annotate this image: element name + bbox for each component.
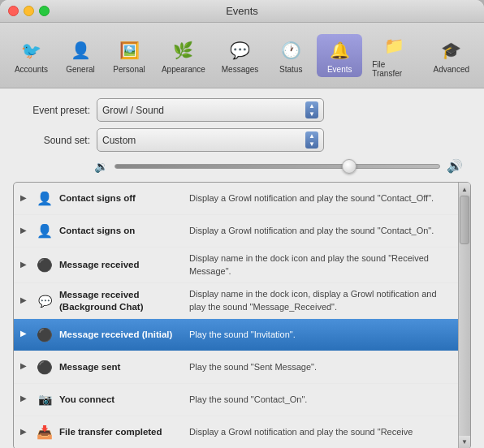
contact-on-icon: 👤 — [37, 223, 53, 239]
play-icon-4[interactable]: ▶ — [20, 329, 32, 340]
event-name-1: Contact signs on — [59, 225, 189, 237]
scroll-track — [459, 196, 470, 436]
event-row-message-received-initial[interactable]: ▶ ⚫ Message received (Initial) Play the … — [14, 319, 458, 351]
toolbar: 🐦 Accounts 👤 General 🖼️ Personal 🌿 Appea… — [0, 23, 484, 88]
event-row-message-received[interactable]: ▶ ⚫ Message received Display name in the… — [14, 248, 458, 283]
messages-icon: 💬 — [227, 37, 253, 63]
close-button[interactable] — [8, 6, 19, 16]
toolbar-item-status[interactable]: 🕐 Status — [268, 34, 313, 77]
titlebar: Events — [0, 0, 484, 23]
toolbar-item-advanced[interactable]: 🎓 Advanced — [427, 34, 476, 77]
event-desc-4: Play the sound "Invitation". — [189, 329, 452, 341]
event-preset-select[interactable]: Growl / Sound ▲▼ — [97, 98, 324, 122]
play-icon-7[interactable]: ▶ — [20, 427, 32, 438]
file-transfer-icon: 📁 — [382, 32, 408, 58]
event-name-6: You connect — [59, 394, 189, 406]
event-name-0: Contact signs off — [59, 192, 189, 205]
events-list: ▶ 👤 Contact signs off Display a Growl no… — [14, 183, 458, 448]
play-icon-0[interactable]: ▶ — [20, 193, 32, 205]
messages-label: Messages — [222, 65, 259, 74]
toolbar-item-general[interactable]: 👤 General — [58, 34, 103, 77]
volume-high-icon: 🔊 — [447, 158, 463, 174]
window-controls — [8, 6, 50, 16]
volume-slider[interactable] — [115, 164, 440, 169]
accounts-label: Accounts — [15, 65, 48, 74]
minimize-button[interactable] — [24, 6, 34, 16]
event-name-7: File transfer completed — [59, 426, 189, 438]
you-connect-icon: 📷 — [37, 391, 53, 407]
play-icon-2[interactable]: ▶ — [20, 260, 32, 271]
toolbar-item-accounts[interactable]: 🐦 Accounts — [8, 34, 54, 77]
event-desc-2: Display name in the dock icon and play t… — [189, 252, 452, 278]
event-name-3: Message received (Background Chat) — [59, 289, 189, 313]
event-desc-0: Display a Growl notification and play th… — [189, 192, 452, 205]
event-row-file-transfer[interactable]: ▶ 📥 File transfer completed Display a Gr… — [14, 416, 458, 448]
toolbar-item-file-transfer[interactable]: 📁 File Transfer — [365, 29, 423, 81]
play-icon-1[interactable]: ▶ — [20, 226, 32, 237]
event-row-contact-signs-off[interactable]: ▶ 👤 Contact signs off Display a Growl no… — [14, 183, 458, 215]
event-preset-value: Growl / Sound — [102, 105, 302, 116]
event-desc-3: Display name in the dock icon, display a… — [189, 288, 452, 313]
slider-thumb[interactable] — [342, 159, 357, 174]
volume-slider-row: 🔉 🔊 — [13, 158, 471, 174]
event-preset-row: Event preset: Growl / Sound ▲▼ — [13, 98, 471, 122]
event-preset-arrows: ▲▼ — [305, 101, 318, 118]
event-row-message-sent[interactable]: ▶ ⚫ Message sent Play the sound "Sent Me… — [14, 351, 458, 384]
message-received-icon: ⚫ — [37, 257, 53, 274]
main-window: Events 🐦 Accounts 👤 General 🖼️ Personal … — [0, 0, 484, 448]
scrollbar[interactable]: ▲ ▼ — [458, 183, 470, 448]
bg-chat-icon: 💬 — [37, 293, 53, 309]
accounts-icon: 🐦 — [19, 37, 45, 63]
event-desc-6: Play the sound "Contact_On". — [189, 394, 452, 406]
initial-icon: ⚫ — [37, 326, 53, 342]
sound-set-value: Custom — [102, 135, 302, 146]
toolbar-item-personal[interactable]: 🖼️ Personal — [106, 34, 152, 77]
maximize-button[interactable] — [39, 6, 50, 16]
status-label: Status — [279, 65, 302, 74]
message-sent-icon: ⚫ — [37, 359, 53, 375]
events-list-container: ▶ 👤 Contact signs off Display a Growl no… — [13, 182, 471, 448]
advanced-icon: 🎓 — [439, 37, 465, 63]
sound-set-label: Sound set: — [13, 135, 90, 146]
sound-set-row: Sound set: Custom ▲▼ — [13, 128, 471, 152]
scroll-up-button[interactable]: ▲ — [459, 183, 470, 196]
toolbar-item-messages[interactable]: 💬 Messages — [215, 34, 265, 77]
appearance-icon: 🌿 — [171, 37, 197, 63]
event-name-5: Message sent — [59, 361, 189, 373]
sound-set-select[interactable]: Custom ▲▼ — [97, 128, 324, 152]
event-row-contact-signs-on[interactable]: ▶ 👤 Contact signs on Display a Growl not… — [14, 215, 458, 248]
event-row-message-received-bg[interactable]: ▶ 💬 Message received (Background Chat) D… — [14, 283, 458, 319]
toolbar-item-appearance[interactable]: 🌿 Appearance — [155, 34, 212, 77]
scroll-thumb[interactable] — [460, 196, 469, 244]
general-icon: 👤 — [67, 37, 93, 63]
toolbar-item-events[interactable]: 🔔 Events — [317, 34, 362, 77]
volume-low-icon: 🔉 — [94, 160, 108, 173]
event-desc-5: Play the sound "Sent Message". — [189, 361, 452, 373]
event-desc-1: Display a Growl notification and play th… — [189, 225, 452, 237]
content-area: Event preset: Growl / Sound ▲▼ Sound set… — [0, 88, 484, 448]
play-icon-6[interactable]: ▶ — [20, 394, 32, 405]
event-desc-7: Display a Growl notification and play th… — [189, 426, 452, 438]
advanced-label: Advanced — [434, 65, 469, 74]
personal-label: Personal — [113, 65, 145, 74]
general-label: General — [66, 65, 95, 74]
event-name-4: Message received (Initial) — [59, 329, 189, 341]
event-name-2: Message received — [59, 259, 189, 271]
personal-icon: 🖼️ — [116, 37, 142, 63]
appearance-label: Appearance — [162, 65, 205, 74]
contact-off-icon: 👤 — [37, 191, 53, 207]
sound-set-arrows: ▲▼ — [305, 131, 318, 149]
file-transfer-row-icon: 📥 — [37, 424, 53, 441]
scroll-down-button[interactable]: ▼ — [459, 436, 470, 448]
file-transfer-label: File Transfer — [372, 60, 417, 78]
event-preset-label: Event preset: — [13, 105, 90, 116]
play-icon-3[interactable]: ▶ — [20, 295, 32, 307]
event-row-you-connect[interactable]: ▶ 📷 You connect Play the sound "Contact_… — [14, 384, 458, 416]
events-label: Events — [327, 65, 352, 74]
play-icon-5[interactable]: ▶ — [20, 361, 32, 373]
events-icon: 🔔 — [326, 37, 352, 63]
window-title: Events — [226, 5, 258, 17]
status-icon: 🕐 — [278, 37, 304, 63]
